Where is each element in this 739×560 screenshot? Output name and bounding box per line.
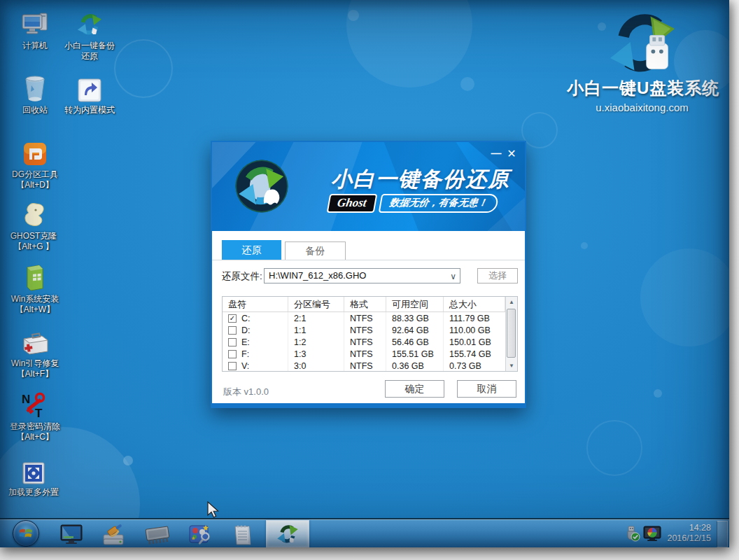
bubble-decor bbox=[346, 0, 472, 88]
table-row[interactable]: ✓C: 2:1 NTFS 88.33 GB 111.79 GB bbox=[223, 312, 505, 324]
win-install-icon bbox=[6, 263, 64, 291]
tab-bar: 还原 备份 bbox=[212, 239, 525, 260]
table-row[interactable]: D: 1:1 NTFS 92.64 GB 110.00 GB bbox=[223, 324, 505, 336]
brand-area: 小白一键U盘装系统 u.xiaobaixitong.com bbox=[567, 10, 717, 113]
icon-label: 【Alt+F】 bbox=[6, 369, 64, 379]
bubble-decor bbox=[586, 420, 642, 476]
icon-label: 还原 bbox=[60, 51, 119, 62]
bubble-decor bbox=[640, 248, 729, 346]
usb-safely-remove-icon[interactable] bbox=[622, 525, 640, 542]
xiaobai-app-icon bbox=[276, 523, 300, 545]
notepad-icon bbox=[232, 524, 253, 546]
restore-file-combobox[interactable]: H:\WIN7_612_x86.GHO ∨ bbox=[264, 268, 460, 284]
app-logo-icon bbox=[234, 159, 289, 214]
taskbar-capture-tool-button[interactable] bbox=[188, 524, 210, 546]
icon-label: 【Alt+W】 bbox=[6, 304, 64, 315]
chevron-down-icon[interactable]: ∨ bbox=[450, 270, 456, 284]
table-row[interactable]: F: 1:3 NTFS 155.51 GB 155.74 GB bbox=[223, 348, 505, 360]
cancel-button[interactable]: 取消 bbox=[457, 380, 516, 398]
backup-restore-dialog: 小白一键备份还原 Ghost 数据无价，有备无患！ — ✕ 还原 备份 还原文件… bbox=[211, 141, 526, 408]
cell-format: NTFS bbox=[344, 336, 386, 348]
desktop-icon-win-install[interactable]: Win系统安装【Alt+W】 bbox=[6, 263, 64, 315]
desktop-icon-backup-restore[interactable]: 小白一键备份还原 bbox=[60, 10, 119, 62]
cell-partition: 1:1 bbox=[288, 324, 344, 336]
windows-logo-icon bbox=[18, 526, 34, 541]
table-row[interactable]: E: 1:2 NTFS 56.46 GB 150.01 GB bbox=[223, 336, 505, 348]
start-button[interactable] bbox=[13, 520, 39, 547]
password-clear-icon: N T bbox=[4, 391, 66, 419]
brand-title: 小白一键U盘装系统 bbox=[567, 77, 717, 99]
desktop-icon-builtin-mode[interactable]: 转为内置模式 bbox=[59, 74, 120, 115]
tab-divider bbox=[212, 260, 525, 260]
ghost-badge: Ghost bbox=[327, 194, 377, 213]
system-tray: 14:28 2016/12/15 bbox=[622, 519, 711, 547]
tray-date: 2016/12/15 bbox=[667, 533, 711, 544]
desktop-icon-win-boot-fix[interactable]: Win引导修复【Alt+F】 bbox=[6, 328, 64, 379]
checkbox-unchecked[interactable] bbox=[228, 350, 237, 358]
display-color-icon[interactable] bbox=[643, 525, 661, 542]
cell-format: NTFS bbox=[344, 324, 386, 336]
taskbar-memory-tool-button[interactable] bbox=[143, 524, 171, 546]
desktop-icon-password-clear[interactable]: N T 登录密码清除【Alt+C】 bbox=[4, 391, 66, 442]
tab-restore[interactable]: 还原 bbox=[222, 240, 281, 260]
taskbar-xiaobai-app-button-active[interactable] bbox=[266, 520, 309, 547]
cell-free: 0.36 GB bbox=[386, 360, 444, 371]
desktop-icon-recycle-bin[interactable]: 回收站 bbox=[6, 74, 64, 115]
desktop: 计算机 小白一键备份还原 回收站 bbox=[0, 0, 729, 547]
scrollbar-thumb[interactable] bbox=[507, 309, 516, 358]
taskbar-display-properties-button[interactable] bbox=[60, 524, 83, 546]
cell-total: 150.01 GB bbox=[444, 336, 505, 348]
scroll-down-icon[interactable]: ▼ bbox=[506, 360, 517, 371]
capture-tool-icon bbox=[188, 524, 211, 546]
cell-total: 155.74 GB bbox=[444, 348, 505, 360]
ok-button[interactable]: 确定 bbox=[385, 380, 444, 398]
cell-drive: V: bbox=[241, 361, 249, 371]
icon-label: GHOST克隆 bbox=[4, 231, 63, 241]
taskbar-notepad-button[interactable] bbox=[232, 524, 254, 546]
cell-drive: C: bbox=[241, 314, 251, 323]
slogan-line: Ghost 数据无价，有备无患！ bbox=[327, 194, 499, 213]
col-total: 总大小 bbox=[444, 297, 505, 312]
slogan-text: 数据无价，有备无患！ bbox=[378, 194, 499, 213]
svg-text:N: N bbox=[22, 393, 30, 406]
memory-chip-icon bbox=[143, 524, 171, 545]
cell-partition: 3:0 bbox=[288, 360, 344, 371]
brand-url: u.xiaobaixitong.com bbox=[567, 102, 717, 113]
desktop-icon-load-more[interactable]: 加载更多外置 bbox=[4, 456, 63, 498]
bubble-decor bbox=[348, 10, 359, 21]
minimize-button[interactable]: — bbox=[488, 146, 504, 160]
dg-partition-icon bbox=[6, 139, 64, 167]
svg-text:T: T bbox=[35, 407, 43, 419]
icon-label: 【Alt+C】 bbox=[4, 432, 66, 442]
icon-label: 【Alt+G 】 bbox=[4, 241, 63, 252]
table-row[interactable]: V: 3:0 NTFS 0.36 GB 0.73 GB bbox=[223, 360, 505, 371]
select-file-button[interactable]: 选择 bbox=[477, 268, 518, 284]
checkbox-checked[interactable]: ✓ bbox=[228, 314, 237, 323]
checkbox-unchecked[interactable] bbox=[228, 362, 237, 370]
desktop-icon-ghost-clone[interactable]: GHOST克隆【Alt+G 】 bbox=[4, 200, 63, 252]
table-header-row: 盘符 分区编号 格式 可用空间 总大小 bbox=[223, 297, 505, 312]
cell-partition: 2:1 bbox=[288, 312, 344, 324]
partition-table: 盘符 分区编号 格式 可用空间 总大小 ✓C: 2:1 NTFS 88.33 G… bbox=[222, 296, 518, 372]
icon-label: 转为内置模式 bbox=[59, 105, 120, 115]
cell-partition: 1:3 bbox=[288, 348, 344, 360]
show-desktop-button[interactable] bbox=[717, 521, 728, 547]
desktop-icon-dg-partition[interactable]: DG分区工具【Alt+D】 bbox=[6, 139, 64, 190]
close-button[interactable]: ✕ bbox=[504, 146, 519, 162]
cell-drive: E: bbox=[241, 337, 250, 347]
tab-backup[interactable]: 备份 bbox=[285, 241, 346, 260]
desktop-icon-computer[interactable]: 计算机 bbox=[6, 10, 64, 51]
tray-clock[interactable]: 14:28 2016/12/15 bbox=[667, 523, 711, 544]
icon-label: 计算机 bbox=[6, 41, 64, 51]
checkbox-unchecked[interactable] bbox=[228, 338, 237, 346]
taskbar-disk-cleanup-button[interactable] bbox=[102, 524, 125, 546]
col-partition: 分区编号 bbox=[288, 297, 344, 312]
cell-free: 92.64 GB bbox=[386, 324, 444, 336]
cell-partition: 1:2 bbox=[288, 336, 344, 348]
restore-file-value: H:\WIN7_612_x86.GHO bbox=[269, 270, 366, 281]
table-scrollbar[interactable]: ▲ ▼ bbox=[505, 297, 517, 371]
scroll-up-icon[interactable]: ▲ bbox=[506, 297, 517, 307]
cell-total: 111.79 GB bbox=[444, 312, 505, 324]
checkbox-unchecked[interactable] bbox=[228, 326, 237, 335]
cell-format: NTFS bbox=[344, 348, 386, 360]
